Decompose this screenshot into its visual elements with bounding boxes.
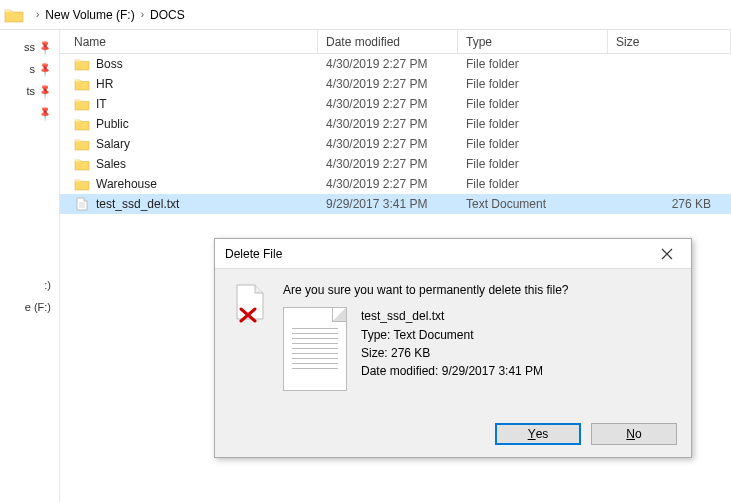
row-date: 9/29/2017 3:41 PM bbox=[318, 197, 458, 211]
breadcrumb[interactable]: › New Volume (F:) › DOCS bbox=[0, 0, 731, 30]
pin-icon: 📌 bbox=[37, 105, 53, 121]
row-type: File folder bbox=[458, 137, 608, 151]
table-row[interactable]: Public4/30/2019 2:27 PMFile folder bbox=[60, 114, 731, 134]
table-row[interactable]: IT4/30/2019 2:27 PMFile folder bbox=[60, 94, 731, 114]
nav-item[interactable]: ss📌 bbox=[0, 36, 59, 58]
nav-item-drive[interactable]: e (F:) bbox=[0, 296, 59, 318]
file-metadata: test_ssd_del.txt Type: Text Document Siz… bbox=[361, 307, 543, 391]
breadcrumb-drive[interactable]: New Volume (F:) bbox=[45, 8, 134, 22]
column-headers: Name Date modified Type Size bbox=[60, 30, 731, 54]
row-date: 4/30/2019 2:27 PM bbox=[318, 117, 458, 131]
row-name: HR bbox=[96, 77, 113, 91]
row-name: Boss bbox=[96, 57, 123, 71]
row-date: 4/30/2019 2:27 PM bbox=[318, 77, 458, 91]
row-type: File folder bbox=[458, 97, 608, 111]
breadcrumb-folder[interactable]: DOCS bbox=[150, 8, 185, 22]
pin-icon: 📌 bbox=[37, 61, 53, 77]
meta-filename: test_ssd_del.txt bbox=[361, 307, 543, 325]
pin-icon: 📌 bbox=[37, 39, 53, 55]
delete-document-icon bbox=[233, 283, 269, 323]
meta-date: Date modified: 9/29/2017 3:41 PM bbox=[361, 362, 543, 380]
row-size: 276 KB bbox=[608, 197, 731, 211]
nav-item[interactable]: ts📌 bbox=[0, 80, 59, 102]
no-button[interactable]: No bbox=[591, 423, 677, 445]
column-header-date[interactable]: Date modified bbox=[318, 30, 458, 53]
chevron-right-icon: › bbox=[141, 9, 144, 20]
pin-icon: 📌 bbox=[37, 83, 53, 99]
table-row[interactable]: Sales4/30/2019 2:27 PMFile folder bbox=[60, 154, 731, 174]
row-type: File folder bbox=[458, 77, 608, 91]
row-type: Text Document bbox=[458, 197, 608, 211]
document-icon bbox=[283, 307, 347, 391]
meta-size: Size: 276 KB bbox=[361, 344, 543, 362]
column-header-name[interactable]: Name bbox=[60, 30, 318, 53]
row-name: Warehouse bbox=[96, 177, 157, 191]
table-row[interactable]: HR4/30/2019 2:27 PMFile folder bbox=[60, 74, 731, 94]
row-date: 4/30/2019 2:27 PM bbox=[318, 57, 458, 71]
table-row[interactable]: Salary4/30/2019 2:27 PMFile folder bbox=[60, 134, 731, 154]
close-icon bbox=[661, 248, 673, 260]
folder-icon bbox=[4, 7, 24, 23]
table-row[interactable]: Warehouse4/30/2019 2:27 PMFile folder bbox=[60, 174, 731, 194]
meta-type: Type: Text Document bbox=[361, 326, 543, 344]
close-button[interactable] bbox=[647, 242, 687, 266]
row-name: Public bbox=[96, 117, 129, 131]
confirm-question: Are you sure you want to permanently del… bbox=[283, 283, 673, 297]
row-type: File folder bbox=[458, 157, 608, 171]
row-type: File folder bbox=[458, 177, 608, 191]
yes-button[interactable]: Yes bbox=[495, 423, 581, 445]
dialog-title: Delete File bbox=[225, 247, 282, 261]
column-header-type[interactable]: Type bbox=[458, 30, 608, 53]
row-name: test_ssd_del.txt bbox=[96, 197, 179, 211]
nav-pane[interactable]: ss📌 s📌 ts📌 📌 :) e (F:) bbox=[0, 30, 60, 502]
row-date: 4/30/2019 2:27 PM bbox=[318, 177, 458, 191]
table-row[interactable]: test_ssd_del.txt9/29/2017 3:41 PMText Do… bbox=[60, 194, 731, 214]
row-name: Salary bbox=[96, 137, 130, 151]
row-name: Sales bbox=[96, 157, 126, 171]
table-row[interactable]: Boss4/30/2019 2:27 PMFile folder bbox=[60, 54, 731, 74]
chevron-right-icon: › bbox=[36, 9, 39, 20]
row-type: File folder bbox=[458, 117, 608, 131]
nav-item[interactable]: s📌 bbox=[0, 58, 59, 80]
row-name: IT bbox=[96, 97, 107, 111]
row-type: File folder bbox=[458, 57, 608, 71]
delete-file-dialog: Delete File Are you sure you want to per… bbox=[214, 238, 692, 458]
column-header-size[interactable]: Size bbox=[608, 30, 731, 53]
nav-item[interactable]: :) bbox=[0, 274, 59, 296]
row-date: 4/30/2019 2:27 PM bbox=[318, 157, 458, 171]
row-date: 4/30/2019 2:27 PM bbox=[318, 97, 458, 111]
nav-item[interactable]: 📌 bbox=[0, 102, 59, 124]
row-date: 4/30/2019 2:27 PM bbox=[318, 137, 458, 151]
